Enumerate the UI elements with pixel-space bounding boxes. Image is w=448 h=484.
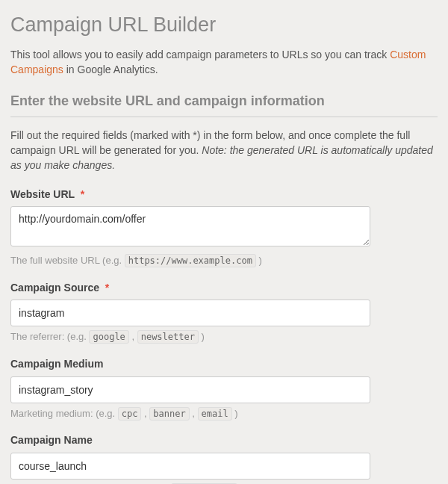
page-title: Campaign URL Builder [10, 10, 438, 40]
example-code: cpc [118, 407, 142, 421]
required-star: * [105, 282, 109, 294]
website-url-label: Website URL * [10, 187, 438, 202]
example-code: newsletter [137, 330, 199, 344]
example-code: email [198, 407, 232, 421]
example-url-code: https://www.example.com [125, 254, 256, 267]
intro-suffix: in Google Analytics. [63, 63, 158, 75]
example-code: google [89, 330, 128, 344]
campaign-source-label: Campaign Source * [10, 280, 438, 295]
website-url-label-text: Website URL [10, 188, 75, 200]
campaign-source-help: The referrer: (e.g. google , newsletter … [10, 330, 438, 344]
website-url-help: The full website URL (e.g. https://www.e… [10, 254, 438, 268]
required-star: * [81, 188, 84, 200]
intro-prefix: This tool allows you to easily add campa… [10, 49, 390, 60]
campaign-name-input[interactable] [10, 453, 370, 480]
field-campaign-source: Campaign Source * The referrer: (e.g. go… [10, 280, 438, 344]
campaign-source-input[interactable] [10, 300, 370, 326]
field-campaign-medium: Campaign Medium Marketing medium: (e.g. … [10, 356, 438, 421]
website-url-input[interactable]: http://yourdomain.com/offer [10, 206, 370, 246]
section-description: Fill out the required fields (marked wit… [10, 128, 438, 173]
example-code: banner [149, 407, 189, 421]
campaign-source-label-text: Campaign Source [10, 282, 99, 294]
intro-text: This tool allows you to easily add campa… [10, 47, 438, 78]
field-campaign-name: Campaign Name Product, promo code, or sl… [10, 432, 438, 484]
field-website-url: Website URL * http://yourdomain.com/offe… [10, 187, 438, 268]
campaign-name-label: Campaign Name [10, 432, 438, 447]
campaign-medium-help: Marketing medium: (e.g. cpc , banner , e… [10, 407, 438, 421]
campaign-medium-label: Campaign Medium [10, 356, 438, 371]
section-heading: Enter the website URL and campaign infor… [10, 91, 438, 117]
campaign-medium-input[interactable] [10, 376, 370, 403]
